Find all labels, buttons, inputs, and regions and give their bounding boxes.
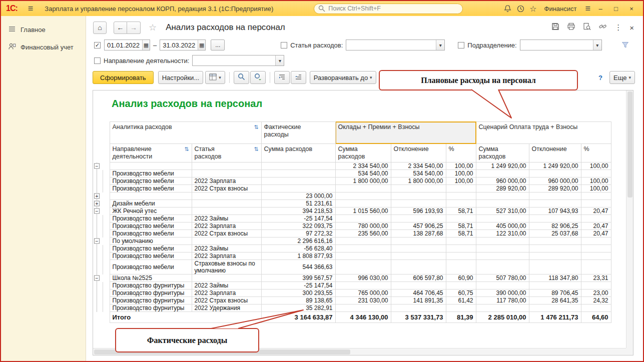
cell-activity[interactable]: Производство мебели	[110, 185, 192, 192]
sort-icon[interactable]: ⇅	[254, 146, 258, 153]
maximize-button[interactable]: □	[610, 5, 621, 12]
cell-plan2-deviation[interactable]	[529, 304, 581, 312]
home-button[interactable]: ⌂	[93, 22, 107, 34]
cell-activity[interactable]: Производство мебели	[110, 170, 192, 178]
cell-fact-sum[interactable]: 2 296 616,16	[261, 238, 335, 245]
cell-plan2-sum[interactable]	[476, 260, 529, 274]
cell-plan2-sum[interactable]	[476, 304, 529, 312]
cell-expense-item[interactable]: 2022 Зарплата	[192, 290, 261, 297]
cell-plan1-sum[interactable]	[335, 252, 391, 260]
cell-expense-item[interactable]: 2022 Зарплата	[192, 252, 261, 260]
cell-plan2-sum[interactable]: 960 000,00	[476, 178, 529, 185]
cell-plan1-deviation[interactable]: 606 597,80	[391, 274, 446, 282]
cell-plan1-percent[interactable]: 58,71	[446, 222, 476, 230]
period-more-button[interactable]: ...	[211, 40, 225, 50]
cell-expense-item[interactable]: Страховые взносы по умолчанию	[192, 260, 261, 274]
cell-plan2-percent[interactable]: 24,32	[581, 297, 611, 304]
cell-plan2-percent[interactable]	[581, 245, 611, 252]
cell-plan2-percent[interactable]	[581, 238, 611, 245]
favorites-star-icon[interactable]: ☆	[529, 4, 536, 14]
header-col-activity[interactable]: ⇅ Направление деятельности	[110, 144, 192, 162]
cell-plan1-sum[interactable]	[335, 238, 391, 245]
cell-plan1-sum[interactable]: 235 560,00	[335, 230, 391, 238]
expense-item-checkbox[interactable]	[281, 42, 287, 48]
cell-plan1-deviation[interactable]: 141 891,35	[391, 297, 446, 304]
cell-fact-sum[interactable]: 51 231,61	[261, 200, 335, 208]
cell-plan2-sum[interactable]: 507 780,00	[476, 274, 529, 282]
cell-activity[interactable]: По умолчанию	[110, 238, 192, 245]
cell-plan1-sum[interactable]	[335, 304, 391, 312]
expense-item-combobox[interactable]: ▾	[346, 40, 445, 50]
cell-plan2-deviation[interactable]	[529, 200, 581, 208]
cell-fact-sum[interactable]: -25 147,54	[261, 282, 335, 290]
cell-plan1-sum[interactable]	[335, 215, 391, 222]
cell-expense-item[interactable]: 2022 Зарплата	[192, 178, 261, 185]
minimize-button[interactable]: –	[595, 5, 606, 12]
help-button[interactable]: ?	[598, 74, 602, 82]
cell-plan2-percent[interactable]: 100,00	[581, 162, 611, 170]
cell-plan1-percent[interactable]: 100,00	[446, 170, 476, 178]
cell-plan1-deviation[interactable]: 138 287,68	[391, 230, 446, 238]
cell-plan2-deviation[interactable]	[529, 252, 581, 260]
cell-plan2-sum[interactable]	[476, 200, 529, 208]
expand-levels-button[interactable]	[274, 71, 290, 84]
cell-fact-sum[interactable]	[261, 178, 335, 185]
expand-group-button[interactable]: +	[94, 194, 100, 199]
cell-fact-sum[interactable]	[261, 162, 335, 170]
print-icon[interactable]	[567, 22, 575, 32]
cell-plan1-sum[interactable]: 1 800 000,00	[335, 178, 391, 185]
cell-plan1-deviation[interactable]	[391, 260, 446, 274]
cell-plan1-sum[interactable]	[335, 282, 391, 290]
cell-plan1-percent[interactable]: 60,90	[446, 274, 476, 282]
back-button[interactable]: ←	[114, 22, 127, 34]
cell-plan1-percent[interactable]: 100,00	[446, 162, 476, 170]
cell-plan2-sum[interactable]	[476, 170, 529, 178]
cell-plan1-deviation[interactable]: 457 906,25	[391, 222, 446, 230]
cell-plan1-sum[interactable]: 765 000,00	[335, 290, 391, 297]
collapse-group-button[interactable]: −	[94, 276, 100, 281]
cell-plan2-sum[interactable]: 117 780,00	[476, 297, 529, 304]
cell-plan1-percent[interactable]: 58,71	[446, 230, 476, 238]
cell-activity[interactable]: Производство мебели	[110, 252, 192, 260]
cell-fact-sum[interactable]	[261, 170, 335, 178]
period-checkbox[interactable]: ✓	[94, 42, 101, 48]
cell-plan1-deviation[interactable]	[391, 252, 446, 260]
cell-activity[interactable]: Производство мебели	[110, 245, 192, 252]
cell-plan2-sum[interactable]	[476, 238, 529, 245]
header-col-fact-sum[interactable]: Сумма расходов	[261, 144, 335, 162]
chevron-down-icon[interactable]: ▾	[275, 56, 284, 66]
cell-plan2-deviation[interactable]: 25 037,68	[529, 230, 581, 238]
cell-activity[interactable]: Производство мебели	[110, 230, 192, 238]
cell-plan2-percent[interactable]	[581, 252, 611, 260]
cell-activity[interactable]: Производство фурнитуры	[110, 290, 192, 297]
current-user[interactable]: Финансист	[544, 5, 577, 12]
header-col-item[interactable]: ⇅ Статья расходов	[192, 144, 261, 162]
cell-expense-item[interactable]: 2022 Займы	[192, 282, 261, 290]
cell-plan1-deviation[interactable]: 596 193,93	[391, 208, 446, 215]
cell-plan1-sum[interactable]: 231 030,00	[335, 297, 391, 304]
sidebar-item-financial-accounting[interactable]: Финансовый учет	[1, 38, 86, 56]
header-col-plan2-deviation[interactable]: Отклонение	[529, 144, 581, 162]
cell-plan1-deviation[interactable]: 534 540,00	[391, 170, 446, 178]
cell-plan2-sum[interactable]: 289 920,00	[476, 185, 529, 192]
cell-activity[interactable]	[110, 162, 192, 170]
cell-plan1-sum[interactable]	[335, 260, 391, 274]
cell-activity[interactable]: Производство мебели	[110, 178, 192, 185]
cell-plan2-sum[interactable]: 527 310,00	[476, 208, 529, 215]
collapse-levels-button[interactable]	[291, 71, 306, 84]
cell-plan2-deviation[interactable]: 960 000,00	[529, 178, 581, 185]
header-plan1-group[interactable]: Оклады + Премии + Взносы	[335, 122, 476, 144]
cell-fact-sum[interactable]	[261, 185, 335, 192]
sidebar-item-main[interactable]: Главное	[1, 21, 86, 38]
cell-expense-item[interactable]	[192, 170, 261, 178]
generate-button[interactable]: Сформировать	[93, 71, 154, 84]
history-icon[interactable]	[516, 4, 525, 13]
filter-funnel-icon[interactable]	[621, 42, 629, 48]
expand-to-button[interactable]: Разворачивать до ▾	[310, 71, 376, 84]
cell-activity[interactable]: Производство мебели	[110, 260, 192, 274]
cell-expense-item[interactable]	[192, 274, 261, 282]
cell-activity[interactable]: ЖК Речной утес	[110, 208, 192, 215]
cell-plan2-deviation[interactable]	[529, 245, 581, 252]
cell-plan1-deviation[interactable]	[391, 185, 446, 192]
settings-button[interactable]: Настройки...	[158, 71, 204, 84]
